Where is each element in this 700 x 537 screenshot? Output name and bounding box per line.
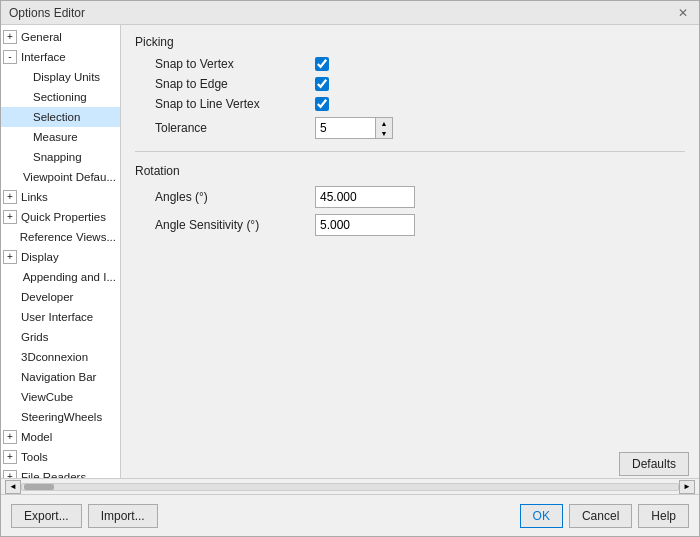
tree-item-model[interactable]: +Model bbox=[1, 427, 120, 447]
angles-label: Angles (°) bbox=[155, 190, 315, 204]
angles-row: Angles (°) bbox=[135, 186, 685, 208]
picking-section-title: Picking bbox=[135, 35, 685, 49]
export-button[interactable]: Export... bbox=[11, 504, 82, 528]
tree-label-display: Display bbox=[21, 248, 59, 266]
scrollbar-area: ◄ ► bbox=[1, 478, 699, 494]
tree-label-grids: Grids bbox=[21, 328, 48, 346]
help-button[interactable]: Help bbox=[638, 504, 689, 528]
tree-label-links: Links bbox=[21, 188, 48, 206]
title-bar: Options Editor ✕ bbox=[1, 1, 699, 25]
tolerance-spinner-buttons: ▲ ▼ bbox=[375, 117, 393, 139]
scrollbar-thumb bbox=[24, 484, 54, 490]
tree-item-grids[interactable]: Grids bbox=[1, 327, 120, 347]
import-button[interactable]: Import... bbox=[88, 504, 158, 528]
tree-expander-file-readers[interactable]: + bbox=[3, 470, 17, 478]
tree-label-viewpoint-defaults: Viewpoint Defau... bbox=[23, 168, 116, 186]
rotation-section-title: Rotation bbox=[135, 164, 685, 178]
tree-label-steeringwheels: SteeringWheels bbox=[21, 408, 102, 426]
tree-item-snapping[interactable]: Snapping bbox=[1, 147, 120, 167]
tolerance-decrement-button[interactable]: ▼ bbox=[376, 128, 392, 138]
dialog-body: +General-InterfaceDisplay UnitsSectionin… bbox=[1, 25, 699, 478]
tree-item-measure[interactable]: Measure bbox=[1, 127, 120, 147]
tree-label-general: General bbox=[21, 28, 62, 46]
tree-expander-quick-properties[interactable]: + bbox=[3, 210, 17, 224]
tree-label-interface: Interface bbox=[21, 48, 66, 66]
tolerance-increment-button[interactable]: ▲ bbox=[376, 118, 392, 128]
tree-label-model: Model bbox=[21, 428, 52, 446]
tree-item-viewpoint-defaults[interactable]: Viewpoint Defau... bbox=[1, 167, 120, 187]
tree-item-selection[interactable]: Selection bbox=[1, 107, 120, 127]
tree-item-display-units[interactable]: Display Units bbox=[1, 67, 120, 87]
defaults-button[interactable]: Defaults bbox=[619, 452, 689, 476]
tolerance-input[interactable] bbox=[315, 117, 375, 139]
tree-item-3dconnexion[interactable]: 3Dconnexion bbox=[1, 347, 120, 367]
tree-expander-display[interactable]: + bbox=[3, 250, 17, 264]
tree-item-developer[interactable]: Developer bbox=[1, 287, 120, 307]
ok-button[interactable]: OK bbox=[520, 504, 563, 528]
snap-vertex-checkbox[interactable] bbox=[315, 57, 329, 71]
snap-vertex-row: Snap to Vertex bbox=[135, 57, 685, 71]
tree-label-file-readers: File Readers bbox=[21, 468, 86, 478]
tree-panel: +General-InterfaceDisplay UnitsSectionin… bbox=[1, 25, 121, 478]
tree-label-reference-views: Reference Views... bbox=[20, 228, 116, 246]
snap-edge-row: Snap to Edge bbox=[135, 77, 685, 91]
tree-item-viewcube[interactable]: ViewCube bbox=[1, 387, 120, 407]
footer-right: OK Cancel Help bbox=[520, 504, 689, 528]
tree-item-general[interactable]: +General bbox=[1, 27, 120, 47]
tree-item-appending[interactable]: Appending and I... bbox=[1, 267, 120, 287]
tree-item-display[interactable]: +Display bbox=[1, 247, 120, 267]
tree-item-tools[interactable]: +Tools bbox=[1, 447, 120, 467]
options-editor-dialog: Options Editor ✕ +General-InterfaceDispl… bbox=[0, 0, 700, 537]
snap-line-vertex-row: Snap to Line Vertex bbox=[135, 97, 685, 111]
tree-item-reference-views[interactable]: Reference Views... bbox=[1, 227, 120, 247]
tree-label-developer: Developer bbox=[21, 288, 73, 306]
tree-label-navigation-bar: Navigation Bar bbox=[21, 368, 96, 386]
scroll-right-button[interactable]: ► bbox=[679, 480, 695, 494]
tree-label-sectioning: Sectioning bbox=[33, 88, 87, 106]
defaults-row: Defaults bbox=[121, 448, 699, 478]
cancel-button[interactable]: Cancel bbox=[569, 504, 632, 528]
tree-expander-interface[interactable]: - bbox=[3, 50, 17, 64]
tolerance-spinner: ▲ ▼ bbox=[315, 117, 393, 139]
angles-input[interactable] bbox=[315, 186, 415, 208]
dialog-title: Options Editor bbox=[9, 6, 85, 20]
tree-item-steeringwheels[interactable]: SteeringWheels bbox=[1, 407, 120, 427]
tree-label-3dconnexion: 3Dconnexion bbox=[21, 348, 88, 366]
tolerance-label: Tolerance bbox=[155, 121, 315, 135]
section-divider bbox=[135, 151, 685, 152]
snap-line-vertex-label: Snap to Line Vertex bbox=[155, 97, 315, 111]
tree-label-selection: Selection bbox=[33, 108, 80, 126]
tree-label-display-units: Display Units bbox=[33, 68, 100, 86]
snap-line-vertex-checkbox[interactable] bbox=[315, 97, 329, 111]
snap-edge-checkbox[interactable] bbox=[315, 77, 329, 91]
content-panel: Picking Snap to Vertex Snap to Edge Snap… bbox=[121, 25, 699, 448]
angle-sensitivity-row: Angle Sensitivity (°) bbox=[135, 214, 685, 236]
tree-label-snapping: Snapping bbox=[33, 148, 82, 166]
tree-item-user-interface[interactable]: User Interface bbox=[1, 307, 120, 327]
tree-label-quick-properties: Quick Properties bbox=[21, 208, 106, 226]
angle-sensitivity-input[interactable] bbox=[315, 214, 415, 236]
footer-left: Export... Import... bbox=[11, 504, 158, 528]
tree-expander-links[interactable]: + bbox=[3, 190, 17, 204]
close-button[interactable]: ✕ bbox=[675, 5, 691, 21]
scroll-left-button[interactable]: ◄ bbox=[5, 480, 21, 494]
tree-expander-tools[interactable]: + bbox=[3, 450, 17, 464]
tree-expander-model[interactable]: + bbox=[3, 430, 17, 444]
tree-label-tools: Tools bbox=[21, 448, 48, 466]
tree-item-navigation-bar[interactable]: Navigation Bar bbox=[1, 367, 120, 387]
tree-item-quick-properties[interactable]: +Quick Properties bbox=[1, 207, 120, 227]
tree-label-user-interface: User Interface bbox=[21, 308, 93, 326]
scrollbar-track[interactable] bbox=[21, 483, 679, 491]
snap-edge-label: Snap to Edge bbox=[155, 77, 315, 91]
tree-label-viewcube: ViewCube bbox=[21, 388, 73, 406]
tree-item-links[interactable]: +Links bbox=[1, 187, 120, 207]
angle-sensitivity-label: Angle Sensitivity (°) bbox=[155, 218, 315, 232]
tree-item-interface[interactable]: -Interface bbox=[1, 47, 120, 67]
tree-item-sectioning[interactable]: Sectioning bbox=[1, 87, 120, 107]
tree-label-appending: Appending and I... bbox=[23, 268, 116, 286]
dialog-footer: Export... Import... OK Cancel Help bbox=[1, 494, 699, 536]
tree-item-file-readers[interactable]: +File Readers bbox=[1, 467, 120, 478]
tree-expander-general[interactable]: + bbox=[3, 30, 17, 44]
tolerance-row: Tolerance ▲ ▼ bbox=[135, 117, 685, 139]
snap-vertex-label: Snap to Vertex bbox=[155, 57, 315, 71]
